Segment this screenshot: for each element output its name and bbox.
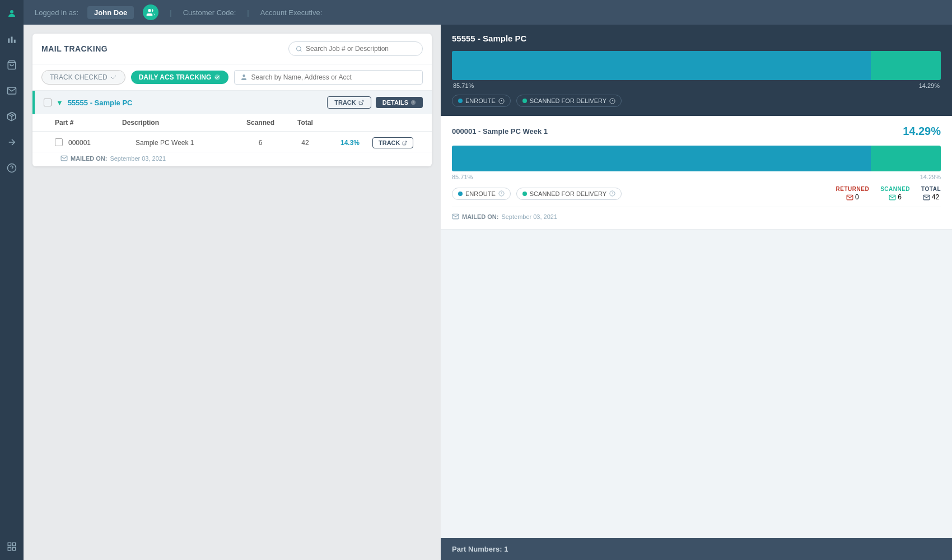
scanned-stat-label: SCANNED <box>880 186 910 192</box>
part-track-button[interactable]: TRACK <box>372 137 413 148</box>
external-link-icon <box>358 100 364 105</box>
col-header-desc: Description <box>122 119 238 127</box>
part-total: 42 <box>283 139 328 147</box>
sidebar-icon-mail[interactable] <box>4 83 20 99</box>
part-enroute-pct-label: 85.71% <box>452 174 473 180</box>
part-enroute-legend[interactable]: ENROUTE <box>452 188 511 200</box>
returned-stat: RETURNED 0 <box>836 186 870 201</box>
svg-line-23 <box>404 141 406 143</box>
scanned-stat: SCANNED 6 <box>880 186 910 201</box>
sidebar-icon-user[interactable] <box>4 6 20 21</box>
mailed-on-label: MAILED ON: <box>71 155 107 162</box>
part-mailed-on-label: MAILED ON: <box>462 213 498 220</box>
mailed-on-date: September 03, 2021 <box>110 155 166 162</box>
sidebar-icon-grid[interactable] <box>4 539 20 554</box>
check-circle-icon <box>214 74 221 81</box>
svg-point-15 <box>296 46 301 51</box>
scanned-bar <box>871 51 941 80</box>
job-search-input[interactable] <box>306 45 416 53</box>
svg-point-18 <box>243 74 245 77</box>
part-enroute-bar <box>452 146 871 171</box>
part-row: 000001 Sample PC Week 1 6 42 14.3% TRACK <box>32 132 432 152</box>
enroute-legend-item[interactable]: ENROUTE <box>452 95 511 107</box>
scanned-dot <box>522 99 527 103</box>
part-enroute-dot <box>458 192 463 196</box>
content-row: MAIL TRACKING TRACK CHECKED DAILY ACS TR… <box>24 25 952 560</box>
scanned-info-icon <box>609 98 615 104</box>
sidebar-icon-help[interactable] <box>4 160 20 176</box>
job-details-button[interactable]: DETAILS <box>376 97 423 108</box>
sidebar <box>0 0 24 560</box>
part-envelope-icon <box>452 213 459 220</box>
job-search-box[interactable] <box>288 41 423 56</box>
enroute-bar <box>452 51 871 80</box>
scanned-legend-label: SCANNED FOR DELIVERY <box>530 97 606 104</box>
progress-legend: ENROUTE SCANNED FOR DELIVERY <box>452 95 941 107</box>
username-display: John Doe <box>87 6 134 19</box>
check-icon <box>110 74 117 81</box>
part-mailed-on-date: September 03, 2021 <box>501 213 557 220</box>
part-numbers-footer: Part Numbers: 1 <box>452 545 508 553</box>
job-track-button[interactable]: TRACK <box>327 96 371 109</box>
part-scanned-legend-label: SCANNED FOR DELIVERY <box>530 190 606 197</box>
svg-rect-3 <box>14 40 16 43</box>
svg-line-5 <box>10 113 14 115</box>
returned-label: RETURNED <box>836 186 870 192</box>
svg-point-14 <box>148 9 151 12</box>
mail-tracking-card: MAIL TRACKING TRACK CHECKED DAILY ACS TR… <box>32 34 432 166</box>
scanned-value: 6 <box>898 193 902 201</box>
returned-mail-icon <box>846 194 853 201</box>
sidebar-icon-package[interactable] <box>4 109 20 124</box>
svg-line-16 <box>300 50 301 51</box>
sidebar-icon-shopping[interactable] <box>4 57 20 73</box>
col-header-scanned: Scanned <box>238 119 283 127</box>
part-scanned-legend[interactable]: SCANNED FOR DELIVERY <box>516 188 622 200</box>
part-enroute-legend-label: ENROUTE <box>465 190 496 197</box>
part-progress-labels: 85.71% 14.29% <box>452 174 941 180</box>
part-detail-title: 000001 - Sample PC Week 1 <box>452 127 548 136</box>
right-panel: 55555 - Sample PC 85.71% 14.29% ENROUTE <box>441 25 952 560</box>
part-description: Sample PC Week 1 <box>136 139 238 147</box>
info-icon <box>410 100 416 105</box>
part-number: 000001 <box>68 139 136 147</box>
part-scanned-info-icon <box>609 190 615 197</box>
part-checkbox[interactable] <box>55 138 63 146</box>
job-detail-card: 55555 - Sample PC 85.71% 14.29% ENROUTE <box>441 25 952 116</box>
job-title[interactable]: 55555 - Sample PC <box>68 99 133 107</box>
job-checkbox[interactable] <box>44 99 52 106</box>
svg-rect-2 <box>11 37 13 43</box>
sidebar-icon-arrow[interactable] <box>4 134 20 150</box>
parts-table-header: Part # Description Scanned Total <box>32 114 432 132</box>
total-value: 42 <box>932 193 939 201</box>
name-search-box[interactable] <box>234 70 423 85</box>
enroute-pct-label: 85.71% <box>453 82 474 89</box>
svg-rect-13 <box>13 548 16 550</box>
part-detail-pct: 14.29% <box>903 125 941 138</box>
sidebar-icon-chart[interactable] <box>4 31 20 47</box>
job-chevron-icon[interactable]: ▼ <box>56 99 63 107</box>
header-divider-2: | <box>247 8 249 17</box>
part-pct: 14.3% <box>328 139 372 147</box>
stats-row: RETURNED 0 SCANNED 6 <box>836 186 941 201</box>
part-scanned-bar <box>871 146 941 171</box>
col-header-part: Part # <box>55 119 122 127</box>
svg-line-19 <box>361 100 363 103</box>
daily-acs-button[interactable]: DAILY ACS TRACKING <box>131 71 229 84</box>
search-icon <box>296 45 302 53</box>
track-checked-button[interactable]: TRACK CHECKED <box>41 70 125 85</box>
svg-rect-1 <box>8 39 10 43</box>
part-mailed-row: MAILED ON: September 03, 2021 <box>452 207 941 220</box>
user-search-icon <box>240 73 248 81</box>
mail-tracking-title: MAIL TRACKING <box>41 44 108 53</box>
mail-tracking-header: MAIL TRACKING <box>32 34 432 64</box>
part-scanned: 6 <box>238 139 283 147</box>
part-scanned-pct-label: 14.29% <box>920 174 941 180</box>
top-header: Logged in as: John Doe | Customer Code: … <box>24 0 952 25</box>
job-detail-title: 55555 - Sample PC <box>452 34 941 43</box>
name-search-input[interactable] <box>251 73 417 81</box>
mail-tracking-toolbar: TRACK CHECKED DAILY ACS TRACKING <box>32 64 432 91</box>
progress-labels: 85.71% 14.29% <box>452 82 941 89</box>
user-avatar-icon <box>143 4 158 20</box>
scanned-legend-item[interactable]: SCANNED FOR DELIVERY <box>516 95 622 107</box>
part-scanned-dot <box>522 192 527 196</box>
